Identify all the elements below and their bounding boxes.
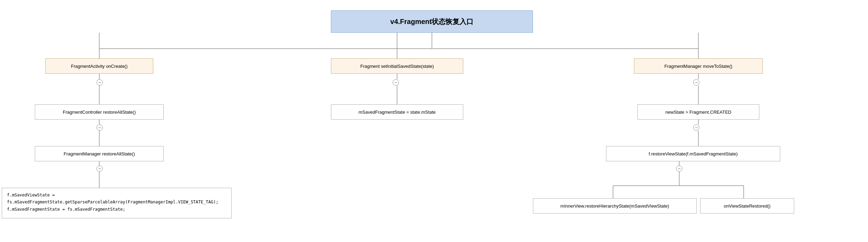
col3-l4a-node: mInnerView.restoreHierarchyState(mSavedV… [533,198,697,213]
circle-4: − [96,124,103,131]
circle-5: − [693,124,699,131]
circle-7: − [676,166,682,172]
col3-l3-node: f.restoreViewState(f.mSavedFragmentState… [606,146,780,161]
col3-l1-label: FragmentManager moveToState() [664,64,732,69]
circle-2: − [393,79,399,86]
col1-l4-code: f.mSavedViewState = fs.mSavedFragmentSta… [7,192,218,213]
col1-l2-node: FragmentController restoreAllState() [35,104,164,120]
col3-l4b-label: onViewStateRestored() [724,203,770,209]
col3-l2-node: newState > Fragment.CREATED [637,104,759,120]
col1-l3-node: FragmentManager restoreAllState() [35,146,164,161]
col1-l1-node: FragmentActivity onCreate() [45,58,153,74]
col2-l2-label: mSavedFragmentState = state.mState [358,110,435,115]
circle-6: − [96,166,103,172]
root-node: v4.Fragment状态恢复入口 [331,10,533,33]
circle-3: − [693,79,699,86]
col2-l1-label: Fragment setInitialSavedState(state) [361,64,434,69]
col2-l2-node: mSavedFragmentState = state.mState [331,104,463,120]
col1-l4-node: f.mSavedViewState = fs.mSavedFragmentSta… [2,188,232,218]
col3-l4b-node: onViewStateRestored() [700,198,794,213]
diagram-container: v4.Fragment状态恢复入口 FragmentActivity onCre… [0,0,868,242]
col3-l1-node: FragmentManager moveToState() [634,58,763,74]
root-label: v4.Fragment状态恢复入口 [390,17,474,26]
col2-l1-node: Fragment setInitialSavedState(state) [331,58,463,74]
col3-l3-label: f.restoreViewState(f.mSavedFragmentState… [649,151,738,156]
col1-l2-label: FragmentController restoreAllState() [63,110,136,115]
col3-l4a-label: mInnerView.restoreHierarchyState(mSavedV… [560,203,669,209]
col3-l2-label: newState > Fragment.CREATED [665,110,731,115]
col1-l3-label: FragmentManager restoreAllState() [64,151,135,156]
circle-1: − [96,79,103,86]
col1-l1-label: FragmentActivity onCreate() [71,64,128,69]
